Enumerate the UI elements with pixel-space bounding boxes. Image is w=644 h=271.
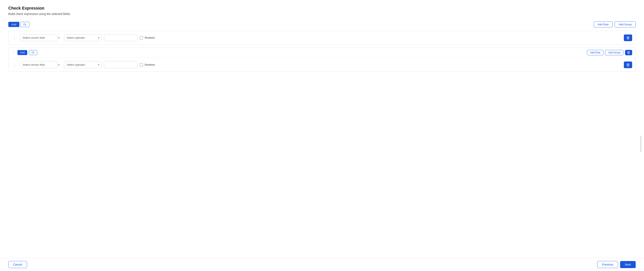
group-add-rule-button[interactable]: Add Rule [587,50,604,55]
runtime-label-1[interactable]: Runtime [140,36,155,40]
sensor-chevron-1: ▾ [58,36,60,39]
group-sensor-field-wrapper: Select sensor field ▾ [20,61,62,68]
trash-icon-1 [626,36,630,40]
group-or-button[interactable]: Or [29,50,37,55]
group-delete-button[interactable] [625,50,632,55]
previous-button[interactable]: Previous [597,261,618,268]
rule-card-1: ⋮ Select sensor field ▾ Select operator … [8,31,636,45]
page-footer: Cancel Previous Next [0,258,644,271]
group-sensor-field-select[interactable]: Select sensor field [20,61,57,68]
group-operator-select[interactable]: Select operator [64,61,102,68]
rule-row-1: ⋮ Select sensor field ▾ Select operator … [12,34,632,41]
group-rule-delete-button[interactable] [624,62,632,68]
add-group-button[interactable]: Add Group [615,22,636,28]
runtime-checkbox-1[interactable] [140,36,143,40]
page-subtitle: Build check expression using the selecte… [8,12,636,16]
add-rule-button[interactable]: Add Rule [594,22,612,28]
action-buttons: Add Rule Add Group [594,22,636,28]
group-card-1: ⋮ And Or Add Rule Add Group [8,47,636,72]
runtime-text-1: Runtime [145,36,155,39]
group-runtime-text: Runtime [145,63,155,66]
and-button[interactable]: And [8,22,19,27]
group-and-button[interactable]: And [18,50,27,55]
main-content: Check Expression Build check expression … [0,0,644,258]
group-header-1: ⋮ And Or Add Rule Add Group [8,48,636,58]
group-runtime-checkbox[interactable] [140,63,143,66]
group-value-input[interactable] [104,61,137,68]
group-actions: Add Rule Add Group [587,50,632,55]
scroll-indicator [640,136,642,152]
group-drag-handle: ⋮ [12,50,16,55]
drag-handle-1: ⋮ [12,36,18,40]
group-runtime-label[interactable]: Runtime [140,63,155,66]
group-add-group-button[interactable]: Add Group [605,50,624,55]
or-button[interactable]: Or [20,22,29,27]
sensor-field-select-1[interactable]: Select sensor field [20,34,57,41]
group-trash-icon [627,51,630,54]
value-input-1[interactable] [104,34,137,41]
group-rule-drag-handle: ⋮ [12,62,18,67]
group-rule-row-1: ⋮ Select sensor field ▾ Select operator … [12,61,632,68]
cancel-button[interactable]: Cancel [8,261,27,268]
group-rule-trash-icon [626,63,630,66]
operator-select-1[interactable]: Select operator [64,34,102,41]
operator-wrapper-1: Select operator ▾ [64,34,102,41]
delete-rule-button-1[interactable] [624,34,632,41]
group-sensor-chevron: ▾ [58,64,60,66]
logic-buttons: And Or [8,22,30,27]
top-toolbar: And Or Add Rule Add Group [8,22,636,28]
group-operator-wrapper: Select operator ▾ [64,61,102,68]
page-title: Check Expression [8,6,636,10]
group-body-1: ⋮ Select sensor field ▾ Select operator … [8,58,636,72]
sensor-field-wrapper-1: Select sensor field ▾ [20,34,62,41]
next-button[interactable]: Next [620,261,636,268]
page-container: Check Expression Build check expression … [0,0,644,271]
footer-right: Previous Next [597,261,636,268]
